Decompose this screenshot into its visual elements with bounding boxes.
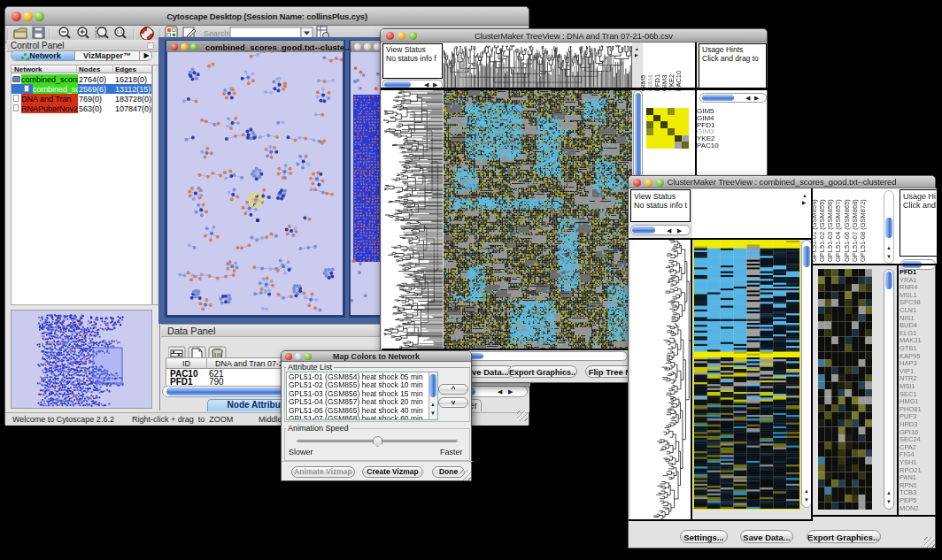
svg-text:1:1: 1:1 bbox=[117, 29, 123, 35]
